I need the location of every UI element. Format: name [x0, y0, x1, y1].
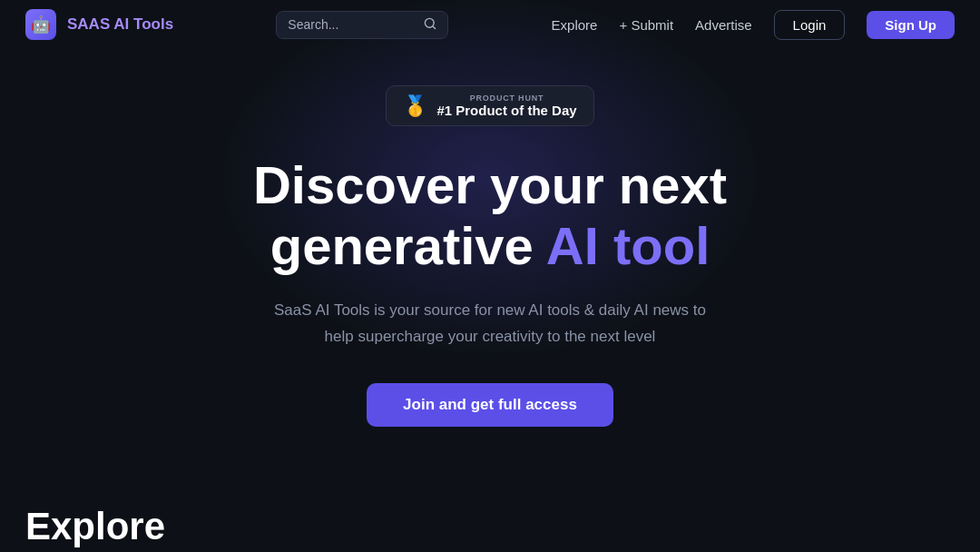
nav-right: Explore + Submit Advertise Login Sign Up	[552, 10, 955, 40]
cta-button[interactable]: Join and get full access	[367, 383, 613, 427]
product-hunt-badge: 🥇 Product Hunt #1 Product of the Day	[386, 85, 593, 126]
nav-left: 🤖 SAAS AI Tools	[25, 9, 173, 40]
navbar: 🤖 SAAS AI Tools Explore + Submit Adverti…	[0, 0, 980, 49]
explore-section-heading: Explore	[25, 505, 165, 552]
logo-text: SAAS AI Tools	[67, 15, 173, 34]
nav-advertise-link[interactable]: Advertise	[695, 17, 752, 33]
search-input[interactable]	[288, 17, 416, 32]
login-button[interactable]: Login	[774, 10, 846, 40]
hero-section: 🥇 Product Hunt #1 Product of the Day Dis…	[0, 49, 980, 427]
ph-label-main: #1 Product of the Day	[436, 103, 576, 118]
nav-submit-link[interactable]: + Submit	[619, 17, 673, 33]
search-icon	[424, 17, 436, 33]
svg-line-1	[434, 26, 436, 28]
hero-title: Discover your next generative AI tool	[253, 155, 727, 276]
medal-icon: 🥇	[403, 94, 427, 118]
ph-label-small: Product Hunt	[436, 94, 576, 103]
logo-icon: 🤖	[25, 9, 56, 40]
search-bar[interactable]	[276, 11, 448, 39]
hero-subtitle: SaaS AI Tools is your source for new AI …	[263, 298, 717, 350]
signup-button[interactable]: Sign Up	[867, 11, 955, 39]
ph-badge-text: Product Hunt #1 Product of the Day	[436, 94, 576, 118]
nav-explore-link[interactable]: Explore	[552, 17, 598, 33]
